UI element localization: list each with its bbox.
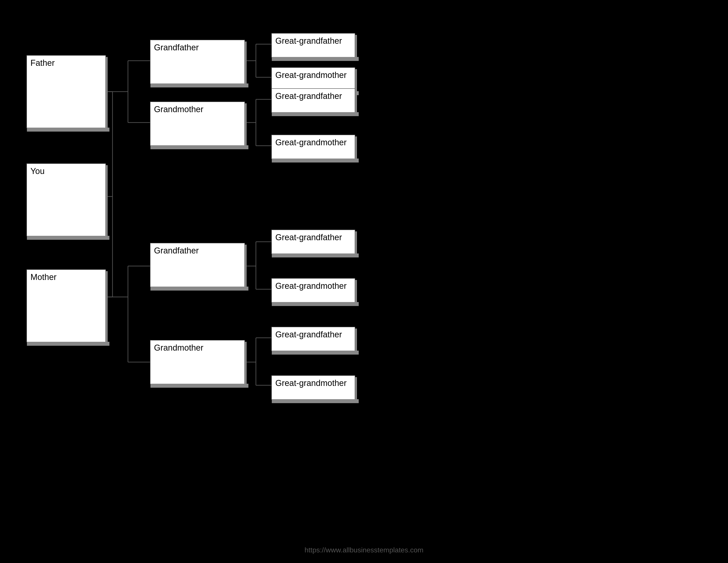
gg7-box: Great-grandfather: [271, 327, 355, 351]
gg2-box: Great-grandmother: [271, 67, 355, 92]
grandmother-mat-box: Grandmother: [150, 340, 245, 384]
gg7-label: Great-grandfather: [275, 330, 342, 339]
gg8-label: Great-grandmother: [275, 379, 347, 388]
grandfather-pat-box: Grandfather: [150, 40, 245, 84]
gg4-box: Great-grandmother: [271, 135, 355, 159]
gg8-box: Great-grandmother: [271, 375, 355, 400]
grandmother-pat-label: Grandmother: [154, 105, 203, 114]
gg5-label: Great-grandfather: [275, 233, 342, 242]
gg5-box: Great-grandfather: [271, 229, 355, 254]
grandmother-mat-label: Grandmother: [154, 343, 203, 353]
father-box: Father: [26, 55, 106, 128]
gg3-label: Great-grandfather: [275, 91, 342, 101]
grandfather-mat-label: Grandfather: [154, 246, 199, 255]
watermark: https://www.allbusinesstemplates.com: [305, 546, 424, 554]
you-label: You: [30, 166, 45, 176]
you-box: You: [26, 163, 106, 236]
gg6-label: Great-grandmother: [275, 281, 347, 291]
mother-box: Mother: [26, 269, 106, 342]
gg1-box: Great-grandfather: [271, 33, 355, 57]
gg2-label: Great-grandmother: [275, 70, 347, 80]
gg1-label: Great-grandfather: [275, 36, 342, 46]
grandfather-pat-label: Grandfather: [154, 43, 199, 52]
father-label: Father: [30, 58, 55, 68]
grandmother-pat-box: Grandmother: [150, 102, 245, 146]
gg3-box: Great-grandfather: [271, 88, 355, 113]
mother-label: Mother: [30, 272, 56, 282]
gg6-box: Great-grandmother: [271, 278, 355, 303]
gg4-label: Great-grandmother: [275, 138, 347, 147]
grandfather-mat-box: Grandfather: [150, 243, 245, 287]
